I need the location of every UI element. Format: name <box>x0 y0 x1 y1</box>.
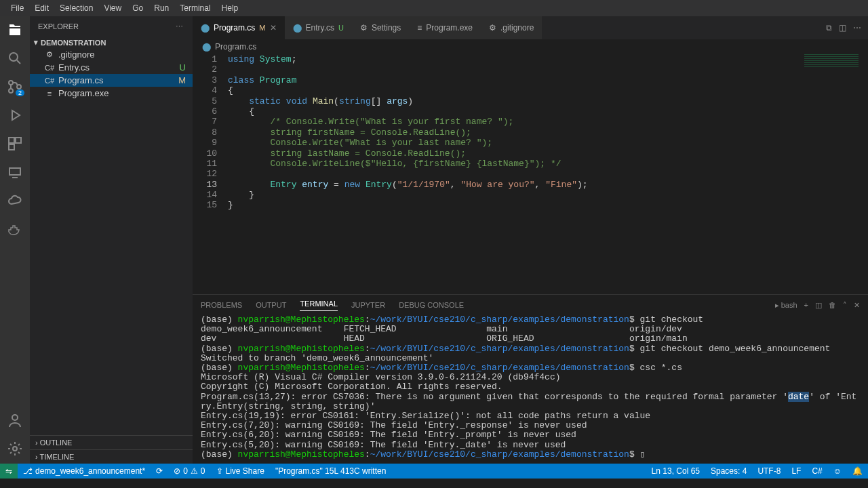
svg-point-1 <box>9 81 13 85</box>
sync-status[interactable]: ⟳ <box>151 466 168 476</box>
menu-selection[interactable]: Selection <box>54 3 98 13</box>
remote-icon[interactable] <box>7 164 23 180</box>
bell-icon[interactable]: 🔔 <box>847 466 868 476</box>
split-terminal-icon[interactable]: ◫ <box>815 301 822 310</box>
lang[interactable]: C# <box>806 466 827 476</box>
file-Program.exe[interactable]: ≡Program.exe <box>30 87 193 100</box>
menu-view[interactable]: View <box>98 3 127 13</box>
file-info: "Program.cs" 15L 413C written <box>270 466 391 476</box>
minimap[interactable] <box>804 54 859 68</box>
activity-bar: 2 <box>0 16 30 464</box>
file-Program.cs[interactable]: C#Program.csM <box>30 74 193 87</box>
svg-rect-7 <box>9 168 20 175</box>
scm-badge: 2 <box>16 89 24 96</box>
outline-section[interactable]: › OUTLINE <box>30 435 193 449</box>
menu-run[interactable]: Run <box>149 3 174 13</box>
trash-icon[interactable]: 🗑 <box>829 301 836 309</box>
new-terminal-icon[interactable]: + <box>804 301 808 309</box>
more-icon[interactable]: ⋯ <box>176 22 184 31</box>
folder-row[interactable]: DEMONSTRATION <box>30 37 193 48</box>
chevron-up-icon[interactable]: ˄ <box>843 301 847 310</box>
svg-point-9 <box>13 447 17 451</box>
branch-status[interactable]: ⎇ demo_week6_announcement* <box>18 466 151 476</box>
liveshare-status[interactable]: ⇪ Live Share <box>211 466 270 476</box>
terminal-shell[interactable]: ▸ bash <box>775 301 797 310</box>
panel: PROBLEMSOUTPUTTERMINALJUPYTERDEBUG CONSO… <box>193 294 868 464</box>
account-icon[interactable] <box>7 412 23 428</box>
remote-status[interactable]: ⇋ <box>0 464 18 479</box>
tab-Program.exe[interactable]: ≡Program.exe <box>409 16 481 39</box>
spaces[interactable]: Spaces: 4 <box>705 466 752 476</box>
tab-.gitignore[interactable]: ⚙.gitignore <box>481 16 542 39</box>
encoding[interactable]: UTF-8 <box>752 466 786 476</box>
cursor-pos[interactable]: Ln 13, Col 65 <box>646 466 705 476</box>
panel-tab-jupyter[interactable]: JUPYTER <box>351 301 385 309</box>
docker-icon[interactable] <box>7 221 23 237</box>
terminal-output[interactable]: (base) nvparrish@Mephistopheles:~/work/B… <box>193 315 868 464</box>
svg-rect-6 <box>9 144 14 150</box>
close-icon[interactable]: ✕ <box>270 23 277 33</box>
settings-icon[interactable] <box>7 441 23 457</box>
explorer-icon[interactable] <box>7 22 23 38</box>
feedback-icon[interactable]: ☺ <box>828 466 847 476</box>
tab-Entry.cs[interactable]: ⬤Entry.csU <box>285 16 352 39</box>
svg-point-3 <box>17 85 21 89</box>
svg-point-8 <box>12 415 18 420</box>
extensions-icon[interactable] <box>7 136 23 152</box>
close-panel-icon[interactable]: ✕ <box>854 301 860 310</box>
tab-bar: ⬤Program.csM✕⬤Entry.csU⚙Settings≡Program… <box>193 16 868 39</box>
problems-status[interactable]: ⊘ 0 ⚠ 0 <box>168 466 210 476</box>
file-.gitignore[interactable]: ⚙.gitignore <box>30 48 193 61</box>
panel-tab-debug console[interactable]: DEBUG CONSOLE <box>399 301 464 309</box>
scm-icon[interactable]: 2 <box>7 79 23 95</box>
menu-help[interactable]: Help <box>216 3 244 13</box>
debug-icon[interactable] <box>7 107 23 123</box>
eol[interactable]: LF <box>786 466 806 476</box>
menu-file[interactable]: File <box>5 3 29 13</box>
code-editor[interactable]: 123456789101112131415 using System;class… <box>193 54 868 294</box>
menu-terminal[interactable]: Terminal <box>174 3 216 13</box>
panel-tab-terminal[interactable]: TERMINAL <box>300 300 338 311</box>
compare-icon[interactable]: ⧉ <box>826 23 832 33</box>
tab-Settings[interactable]: ⚙Settings <box>352 16 409 39</box>
statusbar: ⇋ ⎇ demo_week6_announcement* ⟳ ⊘ 0 ⚠ 0 ⇪… <box>0 464 868 479</box>
sidebar: EXPLORER ⋯ DEMONSTRATION ⚙.gitignoreC#En… <box>30 16 193 464</box>
timeline-section[interactable]: › TIMELINE <box>30 449 193 464</box>
panel-tabs: PROBLEMSOUTPUTTERMINALJUPYTERDEBUG CONSO… <box>193 295 868 315</box>
editor-area: ⬤Program.csM✕⬤Entry.csU⚙Settings≡Program… <box>193 16 868 464</box>
menubar: FileEditSelectionViewGoRunTerminalHelp <box>0 0 868 16</box>
breadcrumb[interactable]: ⬤Program.cs <box>193 39 868 54</box>
menu-edit[interactable]: Edit <box>29 3 54 13</box>
split-icon[interactable]: ◫ <box>839 23 846 33</box>
explorer-title: EXPLORER ⋯ <box>30 16 193 37</box>
chevron-down-icon <box>34 38 38 47</box>
file-Entry.cs[interactable]: C#Entry.csU <box>30 61 193 74</box>
svg-point-2 <box>9 89 13 93</box>
menu-go[interactable]: Go <box>127 3 149 13</box>
svg-rect-5 <box>16 138 21 143</box>
panel-tab-problems[interactable]: PROBLEMS <box>201 301 242 309</box>
cloud-icon[interactable] <box>7 192 23 209</box>
search-icon[interactable] <box>7 50 23 66</box>
svg-rect-4 <box>9 138 14 143</box>
panel-tab-output[interactable]: OUTPUT <box>256 301 286 309</box>
svg-point-0 <box>9 53 18 61</box>
more-icon[interactable]: ⋯ <box>853 23 861 33</box>
tab-Program.cs[interactable]: ⬤Program.csM✕ <box>193 16 285 39</box>
